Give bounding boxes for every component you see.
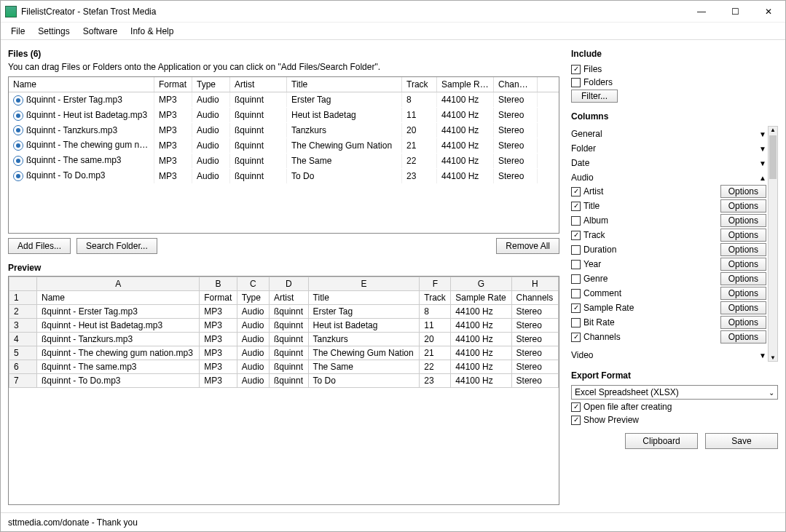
column-option-bit-rate[interactable]: Bit RateOptions — [571, 315, 766, 330]
column-option-track[interactable]: TrackOptions — [571, 228, 766, 242]
preview-cell[interactable]: ßquinnt — [270, 319, 309, 333]
options-button[interactable]: Options — [720, 330, 766, 344]
preview-cell[interactable]: MP3 — [200, 305, 237, 319]
col-header-sample-rate[interactable]: Sample Rate — [437, 77, 494, 92]
preview-cell[interactable]: The Chewing Gum Nation — [308, 346, 420, 360]
preview-cell[interactable]: ßquinnt - To Do.mp3 — [37, 374, 200, 388]
columns-scrollbar[interactable]: ▲ ▼ — [768, 126, 778, 362]
preview-cell[interactable]: ßquinnt — [270, 305, 309, 319]
menu-file[interactable]: File — [5, 25, 31, 38]
preview-cell[interactable]: Sample Rate — [451, 291, 511, 305]
preview-table[interactable]: ABCDEFGH1NameFormatTypeArtistTitleTrackS… — [8, 276, 559, 505]
col-header-channels[interactable]: Channels — [494, 77, 538, 92]
preview-col-header[interactable]: B — [200, 277, 237, 291]
preview-cell[interactable]: The Same — [308, 360, 420, 374]
group-general[interactable]: General▼ — [571, 127, 766, 140]
menu-software[interactable]: Software — [77, 25, 123, 38]
preview-cell[interactable]: ßquinnt - Tanzkurs.mp3 — [37, 333, 200, 346]
col-header-format[interactable]: Format — [154, 77, 192, 92]
preview-cell[interactable]: Stereo — [511, 374, 558, 388]
preview-cell[interactable]: MP3 — [200, 346, 237, 360]
options-button[interactable]: Options — [720, 199, 766, 213]
column-option-title[interactable]: TitleOptions — [571, 199, 766, 213]
file-row[interactable]: ßquinnt - To Do.mp3MP3AudioßquinntTo Do2… — [9, 168, 559, 183]
preview-cell[interactable]: Heut ist Badetag — [308, 319, 420, 333]
files-list[interactable]: Name Format Type Artist Title Track Samp… — [8, 76, 559, 234]
column-option-channels[interactable]: ChannelsOptions — [571, 330, 766, 344]
preview-cell[interactable]: MP3 — [200, 360, 237, 374]
preview-cell[interactable]: Channels — [511, 291, 558, 305]
preview-col-header[interactable]: H — [511, 277, 558, 291]
preview-col-header[interactable]: A — [37, 277, 200, 291]
preview-cell[interactable]: Track — [420, 291, 451, 305]
preview-cell[interactable]: ßquinnt - Erster Tag.mp3 — [37, 305, 200, 319]
preview-cell[interactable]: MP3 — [200, 374, 237, 388]
preview-cell[interactable]: Audio — [237, 374, 269, 388]
close-button[interactable]: ✕ — [752, 1, 785, 23]
export-format-select[interactable]: Excel Spreadsheet (XLSX) ⌄ — [571, 385, 778, 400]
preview-col-header[interactable]: G — [451, 277, 511, 291]
preview-cell[interactable]: 11 — [420, 319, 451, 333]
preview-cell[interactable]: Audio — [237, 305, 269, 319]
preview-cell[interactable]: Stereo — [511, 360, 558, 374]
include-files-checkbox[interactable]: Files — [571, 63, 778, 75]
preview-cell[interactable]: 44100 Hz — [451, 360, 511, 374]
preview-col-header[interactable] — [9, 277, 37, 291]
preview-cell[interactable]: ßquinnt - Heut ist Badetag.mp3 — [37, 319, 200, 333]
preview-col-header[interactable]: C — [237, 277, 269, 291]
col-header-artist[interactable]: Artist — [230, 77, 287, 92]
preview-cell[interactable]: 44100 Hz — [451, 319, 511, 333]
preview-cell[interactable]: ßquinnt - The same.mp3 — [37, 360, 200, 374]
preview-cell[interactable]: Stereo — [511, 319, 558, 333]
remove-all-button[interactable]: Remove All — [496, 238, 559, 254]
options-button[interactable]: Options — [720, 287, 766, 300]
col-header-name[interactable]: Name — [9, 77, 154, 92]
options-button[interactable]: Options — [720, 272, 766, 285]
open-after-checkbox[interactable]: Open file after creating — [571, 401, 778, 413]
preview-cell[interactable]: Audio — [237, 360, 269, 374]
preview-col-header[interactable]: D — [270, 277, 309, 291]
file-row[interactable]: ßquinnt - The same.mp3MP3AudioßquinntThe… — [9, 153, 559, 168]
file-row[interactable]: ßquinnt - Tanzkurs.mp3MP3AudioßquinntTan… — [9, 123, 559, 138]
file-row[interactable]: ßquinnt - The chewing gum na...MP3Audioß… — [9, 138, 559, 153]
clipboard-button[interactable]: Clipboard — [625, 433, 698, 449]
preview-cell[interactable]: 21 — [420, 346, 451, 360]
col-header-track[interactable]: Track — [402, 77, 437, 92]
preview-cell[interactable]: Erster Tag — [308, 305, 420, 319]
file-row[interactable]: ßquinnt - Erster Tag.mp3MP3AudioßquinntE… — [9, 92, 559, 108]
preview-cell[interactable]: Format — [200, 291, 237, 305]
maximize-button[interactable]: ☐ — [718, 1, 752, 23]
options-button[interactable]: Options — [720, 243, 766, 256]
search-folder-button[interactable]: Search Folder... — [76, 238, 157, 254]
preview-cell[interactable]: Stereo — [511, 346, 558, 360]
col-header-type[interactable]: Type — [192, 77, 230, 92]
preview-cell[interactable]: Audio — [237, 319, 269, 333]
preview-cell[interactable]: Artist — [270, 291, 309, 305]
menu-settings[interactable]: Settings — [32, 25, 75, 38]
preview-cell[interactable]: Type — [237, 291, 269, 305]
preview-cell[interactable]: 44100 Hz — [451, 346, 511, 360]
show-preview-checkbox[interactable]: Show Preview — [571, 414, 778, 426]
group-audio[interactable]: Audio▲ — [571, 171, 766, 184]
column-option-year[interactable]: YearOptions — [571, 257, 766, 271]
options-button[interactable]: Options — [720, 229, 766, 242]
preview-cell[interactable]: 8 — [420, 305, 451, 319]
column-option-genre[interactable]: GenreOptions — [571, 271, 766, 286]
preview-cell[interactable]: 44100 Hz — [451, 305, 511, 319]
preview-cell[interactable]: ßquinnt - The chewing gum nation.mp3 — [37, 346, 200, 360]
preview-col-header[interactable]: F — [420, 277, 451, 291]
preview-cell[interactable]: Tanzkurs — [308, 333, 420, 346]
include-folders-checkbox[interactable]: Folders — [571, 76, 778, 88]
preview-cell[interactable]: ßquinnt — [270, 346, 309, 360]
preview-cell[interactable]: 44100 Hz — [451, 374, 511, 388]
group-video[interactable]: Video▼ — [571, 349, 766, 362]
column-option-comment[interactable]: CommentOptions — [571, 286, 766, 301]
preview-col-header[interactable]: E — [308, 277, 420, 291]
minimize-button[interactable]: — — [685, 1, 718, 23]
add-files-button[interactable]: Add Files... — [8, 238, 71, 254]
preview-cell[interactable]: 20 — [420, 333, 451, 346]
preview-cell[interactable]: MP3 — [200, 319, 237, 333]
preview-cell[interactable]: 23 — [420, 374, 451, 388]
preview-cell[interactable]: Stereo — [511, 305, 558, 319]
scroll-thumb[interactable] — [769, 135, 777, 179]
